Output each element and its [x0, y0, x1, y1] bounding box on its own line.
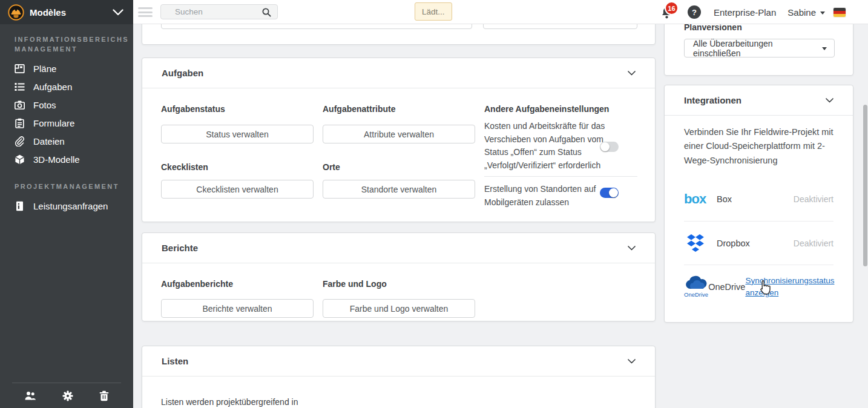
integration-row-dropbox[interactable]: Dropbox Deaktiviert [684, 221, 833, 265]
berichte-card-header[interactable]: Berichte [142, 233, 655, 263]
german-flag-icon[interactable] [833, 8, 846, 17]
sidebar-item-plaene[interactable]: Pläne [0, 60, 133, 78]
project-switcher[interactable]: Modèles [0, 0, 133, 24]
listen-card: Listen Listen werden projektübergreifend… [142, 346, 656, 408]
sidebar-item-label: Dateien [33, 136, 65, 146]
toggle-knob [609, 188, 618, 197]
plan-label: Enterprise-Plan [714, 7, 776, 18]
integration-name: Dropbox [717, 239, 750, 248]
planversionen-select[interactable]: Alle Überarbeitungen einschließen [684, 39, 835, 58]
chevron-down-icon[interactable] [628, 246, 636, 251]
integration-name: Box [717, 194, 732, 204]
integration-name: OneDrive [708, 282, 745, 292]
sidebar-item-3d-modelle[interactable]: 3D-Modelle [0, 151, 133, 169]
mobile-locations-toggle-text: Erstellung von Standorten auf Mobilgerät… [484, 183, 619, 209]
sidebar-item-dateien[interactable]: Dateien [0, 133, 133, 151]
sidebar-item-label: Aufgaben [33, 82, 72, 92]
listen-card-header[interactable]: Listen [142, 346, 655, 377]
camera-icon [15, 100, 25, 110]
status-verwalten-button[interactable]: Status verwalten [161, 125, 314, 143]
integration-row-onedrive[interactable]: OneDrive OneDrive Synchronisierungsstatu… [684, 265, 833, 308]
berichte-card-title: Berichte [162, 243, 198, 253]
integration-status: Deaktiviert [794, 194, 833, 204]
chevron-down-icon[interactable] [628, 359, 636, 364]
chevron-down-icon[interactable] [826, 98, 833, 103]
chevron-down-icon [113, 9, 123, 16]
aufgabenberichte-label: Aufgabenberichte [161, 279, 233, 289]
search-box[interactable] [160, 4, 278, 19]
project-title: Modèles [30, 7, 66, 18]
hamburger-menu-icon[interactable] [138, 7, 153, 17]
orte-label: Orte [323, 162, 340, 172]
integrationen-card-title: Integrationen [684, 95, 741, 105]
sidebar-item-label: Leistungsanfragen [33, 201, 108, 211]
help-button[interactable]: ? [688, 5, 701, 19]
loading-button[interactable]: Lädt... [415, 2, 452, 21]
integration-status: Deaktiviert [794, 239, 833, 248]
farbe-logo-verwalten-button[interactable]: Farbe und Logo verwalten [323, 299, 475, 318]
notifications-button[interactable]: 16 [660, 0, 680, 24]
berichte-card: Berichte Aufgabenberichte Farbe und Logo… [142, 232, 656, 321]
aufgaben-card-title: Aufgaben [162, 68, 203, 78]
cube-icon [15, 154, 25, 165]
ckecklisten-label: Ckecklisten [161, 162, 208, 172]
vertical-scrollbar-thumb[interactable] [863, 105, 867, 266]
request-doc-icon [15, 201, 25, 211]
user-name: Sabine [787, 7, 816, 18]
search-icon [261, 7, 272, 18]
sidebar: Informationsbereichs Management Pläne Au… [0, 24, 133, 408]
chevron-down-icon[interactable] [628, 71, 636, 76]
top-bar: Modèles Lädt... 16 ? Enterprise-Plan Sab… [0, 0, 868, 24]
user-menu[interactable]: Sabine [787, 7, 825, 18]
sidebar-nav-2: Leistungsanfragen [0, 197, 133, 216]
col3-divider [484, 176, 637, 177]
sidebar-footer [0, 383, 133, 408]
integrationen-card-header[interactable]: Integrationen [665, 85, 853, 116]
sidebar-item-formulare[interactable]: Formulare [0, 114, 133, 133]
aufgabenstatus-label: Aufgabenstatus [161, 104, 225, 114]
aufgabenattribute-label: Aufgabenattribute [323, 104, 396, 114]
berichte-verwalten-button[interactable]: Berichte verwalten [161, 299, 314, 318]
listen-body-text: Listen werden projektübergreifend in [161, 397, 298, 407]
sidebar-item-leistungsanfragen[interactable]: Leistungsanfragen [0, 197, 133, 216]
sidebar-item-label: Fotos [33, 100, 56, 110]
caret-down-icon [822, 47, 827, 50]
notification-count-badge: 16 [665, 1, 679, 15]
gear-icon[interactable] [62, 390, 73, 401]
sidebar-item-label: Pläne [33, 64, 56, 74]
sidebar-section-information-area: Informationsbereichs Management [15, 35, 119, 54]
cost-labor-toggle[interactable] [600, 142, 619, 152]
sidebar-item-label: 3D-Modelle [33, 154, 80, 165]
integrationen-card: Integrationen Verbinden Sie Ihr Fieldwir… [664, 85, 853, 323]
ckecklisten-verwalten-button[interactable]: Ckecklisten verwalten [161, 180, 314, 199]
integration-row-box[interactable]: box Box Deaktiviert [684, 177, 833, 221]
onedrive-logo-icon: OneDrive [684, 275, 708, 298]
sidebar-item-aufgaben[interactable]: Aufgaben [0, 78, 133, 96]
cost-labor-toggle-text: Kosten und Arbeitskräfte für das Verschi… [484, 120, 619, 173]
fieldwire-logo-icon [8, 4, 24, 21]
listen-card-title: Listen [162, 356, 188, 366]
box-logo-icon: box [684, 192, 717, 206]
mobile-locations-toggle[interactable] [600, 188, 619, 198]
andere-einstellungen-label: Andere Aufgabeneinstellungen [484, 104, 609, 114]
clipboard-icon [15, 118, 25, 128]
aufgaben-card: Aufgaben Aufgabenstatus Aufgabenattribut… [142, 58, 656, 222]
app-window: Modèles Lädt... 16 ? Enterprise-Plan Sab… [0, 0, 868, 408]
trash-icon[interactable] [99, 390, 109, 401]
integrationen-description: Verbinden Sie Ihr Fieldwire-Projekt mit … [684, 125, 839, 168]
aufgaben-card-header[interactable]: Aufgaben [142, 58, 655, 88]
attribute-verwalten-button[interactable]: Attribute verwalten [323, 125, 475, 143]
toggle-knob [600, 142, 610, 151]
sidebar-item-label: Formulare [33, 118, 74, 128]
farbe-logo-label: Farbe und Logo [323, 279, 387, 289]
people-icon[interactable] [24, 390, 36, 401]
planversionen-selected-value: Alle Überarbeitungen einschließen [693, 39, 822, 58]
standorte-verwalten-button[interactable]: Standorte verwalten [323, 180, 475, 199]
sidebar-section-project-management: Projektmanagement [15, 182, 119, 192]
tasks-icon [15, 82, 25, 92]
sidebar-item-fotos[interactable]: Fotos [0, 96, 133, 114]
top-bar-right: 16 ? Enterprise-Plan Sabine [660, 0, 846, 24]
sync-status-link[interactable]: Synchronisierungsstatus anzeigen [745, 275, 834, 298]
paperclip-icon [15, 136, 25, 146]
caret-down-icon [820, 12, 825, 15]
